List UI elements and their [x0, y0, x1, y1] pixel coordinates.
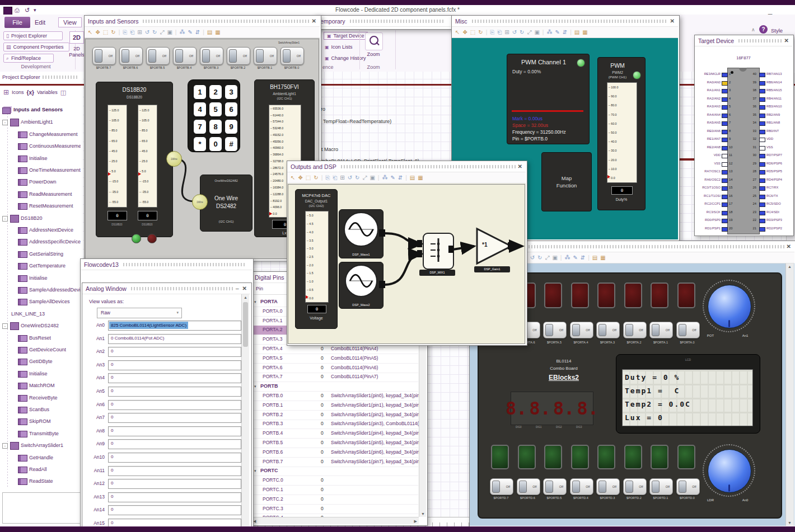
switch-handle[interactable]	[679, 481, 686, 493]
analog-value-field[interactable]: 0	[108, 453, 241, 463]
target-device-checkbox[interactable]: ▣Target Device	[324, 32, 368, 40]
tree-item[interactable]: Initialise	[29, 156, 48, 161]
grid-icon[interactable]: ⊞	[504, 30, 509, 35]
analog-value-field[interactable]: 0	[108, 479, 241, 489]
table-row[interactable]: ▾PORTC	[251, 467, 418, 476]
minimize-button[interactable]: –	[236, 285, 239, 291]
analog-value-field[interactable]: 0	[108, 492, 241, 502]
cursor-icon[interactable]: ↖	[455, 30, 460, 35]
analog-value-field[interactable]: 0	[108, 426, 241, 436]
table-row[interactable]: PORTB.70SwitchArraySlider1(pin7), keypad…	[251, 458, 418, 467]
target-device-titlebar[interactable]: Target Device✕	[695, 35, 792, 46]
keypad-key[interactable]: 5	[209, 102, 222, 117]
rotate-icon[interactable]: ↻	[314, 175, 318, 181]
icon-lists-checkbox[interactable]: ▣Icon Lists	[325, 44, 353, 50]
knob[interactable]	[708, 285, 751, 328]
keypad-key[interactable]: 6	[225, 102, 238, 117]
paste-icon[interactable]: ⎗	[497, 30, 502, 35]
copy-icon[interactable]: ⎘	[325, 175, 330, 181]
tree-item[interactable]: OneTimeMeasurement	[29, 167, 81, 173]
switch-handle[interactable]	[95, 49, 102, 63]
dsp-gain-block[interactable]: *1	[475, 227, 513, 265]
tree-item[interactable]: ReadState	[29, 478, 53, 484]
tree-item[interactable]: ResetMeasurement	[29, 203, 73, 209]
toggle-switch[interactable]: Off	[254, 47, 277, 65]
table-row[interactable]: PORTA.70ComboBL0114(PinA7)	[251, 373, 418, 382]
zoom-fit-icon[interactable]: ⤢	[160, 30, 164, 35]
switch-handle[interactable]	[256, 49, 264, 63]
select-box-icon[interactable]: ⬚	[470, 30, 475, 35]
cursor-icon[interactable]: ↖	[291, 175, 295, 181]
tree-item[interactable]: Initialise	[29, 275, 48, 281]
table-row[interactable]: PORTC.20	[251, 495, 418, 505]
analog-value-field[interactable]: 0	[108, 373, 241, 383]
knob[interactable]	[708, 449, 751, 493]
toggle-switch[interactable]: Off	[570, 322, 593, 338]
keypad-key[interactable]: 8	[209, 119, 222, 134]
table-row[interactable]: PORTA.50ComboBL0114(PinA5)	[251, 354, 418, 364]
table-row[interactable]: PORTB.00SwitchArraySlider1(pin0), keypad…	[251, 392, 418, 401]
tree-item[interactable]: OneWireDS2482	[21, 323, 59, 328]
dsp-wave-block[interactable]: DSP_Wave2	[339, 262, 384, 309]
tab-file[interactable]: File	[4, 17, 30, 28]
switch-handle[interactable]	[679, 324, 686, 336]
switch-handle[interactable]	[202, 49, 210, 63]
tree-item[interactable]: GetDeviceCount	[29, 347, 66, 352]
switch-handle[interactable]	[229, 49, 237, 63]
analog-value-field[interactable]: 0	[108, 439, 241, 449]
table-row[interactable]: PORTB.50SwitchArraySlider1(pin5), keypad…	[251, 439, 418, 448]
keypad-key[interactable]: 1	[193, 84, 207, 100]
keypad-key[interactable]: #	[225, 136, 238, 152]
keypad-key[interactable]: 2	[209, 84, 222, 100]
close-button[interactable]: ✕	[787, 243, 791, 249]
close-button[interactable]: ✕	[670, 18, 675, 24]
swap-icon[interactable]: ⇵	[398, 175, 403, 181]
switch-handle[interactable]	[652, 481, 660, 493]
tree-item[interactable]: SwitchArraySlider1	[21, 442, 63, 448]
table-row[interactable]: PORTA.40ComboBL0114(PinA4)	[251, 345, 418, 354]
tree-item[interactable]: PowerDown	[29, 179, 57, 185]
outputs-and-dsp-titlebar[interactable]: Outputs and DSP✕	[287, 161, 526, 172]
toggle-switch[interactable]: Off	[280, 47, 304, 65]
switch-handle[interactable]	[545, 481, 553, 493]
switch-handle[interactable]	[492, 481, 500, 493]
analog-value-field[interactable]: 0	[108, 400, 241, 410]
grid-icon[interactable]: ⊞	[340, 175, 344, 181]
analog-value-field[interactable]: 0	[108, 387, 241, 397]
tree-item[interactable]: ReadAll	[29, 467, 47, 472]
analog-window-titlebar[interactable]: Analog Window–✕	[82, 283, 250, 294]
tree-item[interactable]: ScanBus	[29, 407, 49, 412]
toggle-switch[interactable]: Off	[649, 322, 673, 338]
undo-icon[interactable]: ↺	[512, 30, 517, 35]
analog-scrollbar[interactable]: ▲	[241, 294, 249, 529]
tree-item[interactable]: Inputs and Sensors	[13, 106, 63, 112]
snapshot-icon[interactable]: ▣	[167, 30, 172, 35]
switch-handle[interactable]	[121, 49, 129, 63]
group-expander-icon[interactable]: ▾	[254, 469, 256, 473]
zoom-fit-icon[interactable]: ⤢	[527, 30, 531, 35]
table-row[interactable]: PORTA.60ComboBL0114(PinA6)	[251, 364, 418, 373]
dsp-wave-block[interactable]: DSP_Wave1	[339, 209, 384, 258]
rotate-icon[interactable]: ↻	[478, 30, 483, 35]
tab-view[interactable]: View	[58, 17, 82, 27]
table-row[interactable]: PORTB.10SwitchArraySlider1(pin1), keypad…	[251, 401, 418, 411]
chart-icon[interactable]: ⁂	[546, 30, 552, 35]
keypad-key[interactable]: 4	[193, 102, 207, 117]
zoom-fit-icon[interactable]: ⤢	[545, 255, 549, 261]
table-row[interactable]: PORTB.40SwitchArraySlider1(pin4), keypad…	[251, 429, 418, 439]
tree-item[interactable]: GetSerialString	[29, 251, 63, 257]
pan-icon[interactable]: ✥	[298, 175, 302, 181]
wire-node[interactable]: 1Wire	[166, 151, 182, 167]
chip-icon[interactable]: ▦	[582, 30, 587, 35]
chip-icon[interactable]: ▦	[215, 30, 220, 35]
tree-item[interactable]: ContinuousMeasurement	[29, 143, 81, 149]
tree-item[interactable]: ReceiveByte	[29, 395, 58, 401]
scroll-thumb[interactable]	[243, 302, 248, 347]
analog-value-field[interactable]: 0	[108, 360, 241, 370]
tree-item[interactable]: LINK_LINE_13	[11, 311, 45, 317]
swap-icon[interactable]: ⇵	[581, 255, 585, 261]
keypad-key[interactable]: 9	[225, 119, 238, 134]
project-explorer-button[interactable]: ▯Project Explorer	[3, 31, 63, 40]
keypad-key[interactable]: *	[193, 136, 207, 152]
switch-handle[interactable]	[598, 324, 606, 336]
